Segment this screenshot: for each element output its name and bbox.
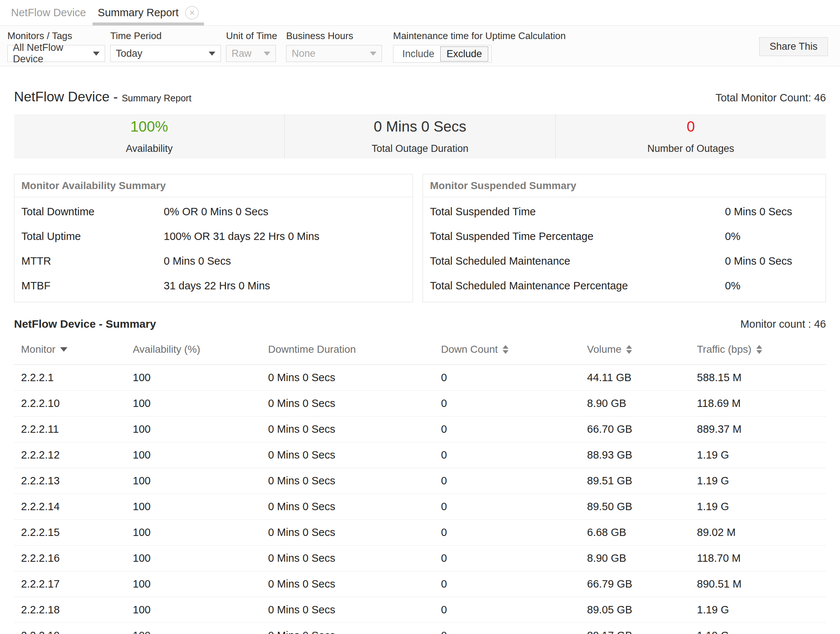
cell-volume: 44.11 GB (580, 372, 690, 384)
cell-monitor: 2.2.2.18 (14, 604, 126, 616)
monitors-tags-select[interactable]: All NetFlow Device (7, 45, 105, 62)
stat-value: 0 Mins 0 Secs (374, 118, 466, 135)
cell-down-count: 0 (434, 629, 580, 634)
chevron-down-icon (93, 52, 99, 56)
sort-icon (626, 345, 632, 354)
cell-traffic: 588.15 M (690, 372, 826, 384)
report-content: NetFlow Device - Summary Report Total Mo… (0, 89, 840, 634)
summary-row-label: Total Suspended Time Percentage (430, 230, 725, 243)
table-row: 2.2.2.10 100 0 Mins 0 Secs 0 8.90 GB 118… (14, 391, 826, 416)
summary-row: Total Uptime 100% OR 31 days 22 Hrs 0 Mi… (14, 224, 413, 249)
column-header[interactable]: Monitor (14, 344, 126, 355)
tab-summary-report[interactable]: Summary Report × (98, 0, 199, 25)
cell-traffic: 889.37 M (690, 423, 826, 435)
stat-label: Availability (126, 143, 172, 155)
business-hours-select: None (286, 45, 382, 62)
summary-row-label: Total Scheduled Maintenance (430, 255, 725, 267)
cell-monitor: 2.2.2.10 (14, 397, 126, 410)
table-row: 2.2.2.12 100 0 Mins 0 Secs 0 88.93 GB 1.… (14, 442, 826, 468)
cell-traffic: 1.19 G (690, 629, 826, 634)
table-row: 2.2.2.19 100 0 Mins 0 Secs 0 89.17 GB 1.… (14, 623, 826, 634)
cell-downtime-duration: 0 Mins 0 Secs (261, 552, 434, 564)
column-header[interactable]: Traffic (bps) (690, 344, 826, 355)
cell-down-count: 0 (434, 397, 580, 410)
business-hours-label: Business Hours (286, 30, 393, 42)
unit-of-time-select: Raw (226, 45, 276, 62)
cell-availability: 100 (126, 501, 261, 513)
cell-down-count: 0 (434, 372, 580, 384)
column-header[interactable]: Volume (580, 344, 690, 355)
table-row: 2.2.2.13 100 0 Mins 0 Secs 0 89.51 GB 1.… (14, 468, 826, 494)
cell-downtime-duration: 0 Mins 0 Secs (261, 604, 434, 616)
summary-row-value: 0 Mins 0 Secs (164, 255, 413, 267)
tab-bar: NetFlow Device Summary Report × (0, 0, 840, 26)
cell-traffic: 118.69 M (690, 397, 826, 410)
cell-down-count: 0 (434, 475, 580, 487)
unit-of-time-value: Raw (232, 48, 251, 59)
table-row: 2.2.2.17 100 0 Mins 0 Secs 0 66.79 GB 89… (14, 571, 826, 597)
filter-maintenance: Maintenance time for Uptime Calculation … (393, 26, 566, 63)
cell-volume: 88.93 GB (580, 449, 690, 461)
cell-monitor: 2.2.2.13 (14, 475, 126, 487)
filter-bar: Monitors / Tags All NetFlow Device Time … (0, 26, 840, 66)
tab-netflow-device[interactable]: NetFlow Device (11, 0, 86, 25)
summary-row-value: 0% (725, 230, 826, 243)
table-row: 2.2.2.15 100 0 Mins 0 Secs 0 6.68 GB 89.… (14, 520, 826, 546)
summary-row: Total Scheduled Maintenance Percentage 0… (423, 273, 826, 298)
cell-volume: 89.05 GB (580, 604, 690, 616)
filter-business-hours: Business Hours None (286, 26, 393, 62)
column-header[interactable]: Down Count (434, 344, 580, 355)
cell-availability: 100 (126, 578, 261, 590)
maintenance-label: Maintenance time for Uptime Calculation (393, 30, 566, 42)
column-header[interactable]: Availability (%) (126, 344, 261, 355)
panel-title: Monitor Availability Summary (14, 174, 413, 197)
summary-row-label: MTTR (21, 255, 164, 267)
cell-down-count: 0 (434, 501, 580, 513)
summary-row-value: 0 Mins 0 Secs (725, 206, 826, 218)
cell-monitor: 2.2.2.1 (14, 372, 126, 384)
share-this-button[interactable]: Share This (759, 37, 828, 56)
table-title: NetFlow Device - Summary (14, 318, 156, 330)
exclude-button[interactable]: Exclude (440, 46, 488, 62)
cell-availability: 100 (126, 552, 261, 564)
cell-down-count: 0 (434, 449, 580, 461)
filter-time-period: Time Period Today (110, 26, 226, 62)
cell-traffic: 1.19 G (690, 475, 826, 487)
cell-volume: 89.51 GB (580, 475, 690, 487)
sort-down-icon (756, 350, 762, 354)
cell-downtime-duration: 0 Mins 0 Secs (261, 526, 434, 539)
stat-value: 0 (687, 118, 695, 135)
summary-row: MTBF 31 days 22 Hrs 0 Mins (14, 273, 413, 298)
column-label: Monitor (21, 344, 55, 355)
column-label: Traffic (bps) (697, 344, 752, 355)
cell-volume: 8.90 GB (580, 397, 690, 410)
filter-monitors-tags: Monitors / Tags All NetFlow Device (7, 26, 110, 62)
include-button[interactable]: Include (396, 47, 440, 61)
stat-band: 100% Availability 0 Mins 0 Secs Total Ou… (14, 114, 826, 159)
table-row: 2.2.2.18 100 0 Mins 0 Secs 0 89.05 GB 1.… (14, 597, 826, 623)
cell-traffic: 1.19 G (690, 501, 826, 513)
summary-row: Total Downtime 0% OR 0 Mins 0 Secs (14, 199, 413, 224)
table-header-row: Monitor Availability (%) Downtime (14, 336, 826, 365)
cell-availability: 100 (126, 526, 261, 539)
cell-monitor: 2.2.2.11 (14, 423, 126, 435)
monitors-tags-label: Monitors / Tags (7, 30, 110, 42)
close-icon[interactable]: × (185, 6, 199, 19)
cell-volume: 89.50 GB (580, 501, 690, 513)
column-header[interactable]: Downtime Duration (261, 344, 434, 355)
table-titlebar: NetFlow Device - Summary Monitor count :… (14, 318, 826, 330)
sort-down-icon (60, 347, 68, 352)
summary-row-label: MTBF (21, 280, 164, 292)
time-period-select[interactable]: Today (110, 45, 221, 62)
cell-volume: 89.17 GB (580, 629, 690, 634)
unit-of-time-label: Unit of Time (226, 30, 286, 42)
cell-down-count: 0 (434, 552, 580, 564)
cell-traffic: 890.51 M (690, 578, 826, 590)
sort-up-icon (503, 345, 508, 349)
chevron-down-icon (264, 52, 270, 56)
time-period-label: Time Period (110, 30, 226, 42)
cell-traffic: 89.02 M (690, 526, 826, 539)
stat-label: Total Outage Duration (372, 143, 469, 155)
cell-monitor: 2.2.2.15 (14, 526, 126, 539)
summary-panels: Monitor Availability Summary Total Downt… (14, 174, 826, 302)
